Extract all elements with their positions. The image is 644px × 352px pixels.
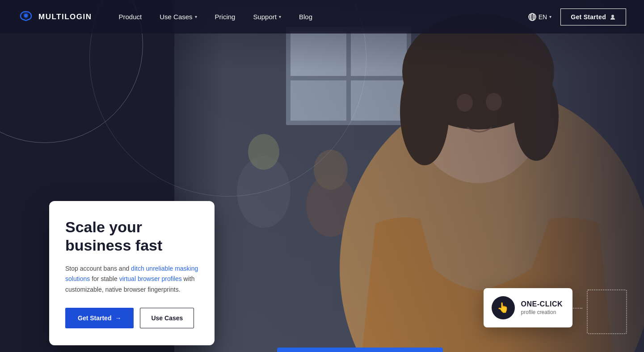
use-cases-chevron: ▾: [195, 14, 197, 19]
nav-blog[interactable]: Blog: [299, 13, 312, 21]
logo-text: MULTILOGIN: [38, 13, 92, 21]
one-click-title: ONE-CLICK: [521, 300, 563, 308]
svg-point-20: [24, 14, 28, 17]
svg-point-26: [611, 15, 614, 17]
hero-description: Stop account bans and ditch unreliable m…: [65, 264, 198, 295]
one-click-icon: 👆: [492, 296, 515, 319]
nav-get-started-button[interactable]: Get Started: [560, 8, 626, 25]
navbar: MULTILOGIN Product Use Cases ▾ Pricing S…: [0, 0, 644, 34]
nav-links: Product Use Cases ▾ Pricing Support ▾ Bl…: [119, 13, 528, 21]
user-icon: [610, 14, 616, 20]
hero-get-started-button[interactable]: Get Started →: [65, 308, 134, 328]
hero-title: Scale your business fast: [65, 218, 198, 255]
globe-icon: [528, 13, 536, 21]
language-label: EN: [539, 13, 547, 21]
logo-icon: [18, 9, 34, 25]
arrow-icon: →: [115, 314, 121, 322]
language-chevron: ▾: [549, 14, 551, 19]
nav-product[interactable]: Product: [119, 13, 142, 21]
one-click-text-area: ONE-CLICK profile creation: [521, 300, 563, 315]
dotted-box-decoration: [587, 289, 627, 334]
support-chevron: ▾: [279, 14, 281, 19]
hero-buttons: Get Started → Use Cases: [65, 308, 198, 328]
blue-bar-decoration: [277, 348, 443, 352]
nav-pricing[interactable]: Pricing: [215, 13, 236, 21]
one-click-subtitle: profile creation: [521, 309, 563, 315]
one-click-badge: 👆 ONE-CLICK profile creation: [484, 288, 572, 327]
logo-area[interactable]: MULTILOGIN: [18, 9, 92, 25]
nav-right: EN ▾ Get Started: [528, 8, 626, 25]
hero-card: Scale your business fast Stop account ba…: [49, 201, 215, 345]
nav-use-cases[interactable]: Use Cases ▾: [160, 13, 197, 21]
language-selector[interactable]: EN ▾: [528, 13, 551, 21]
nav-support[interactable]: Support ▾: [253, 13, 281, 21]
hero-use-cases-button[interactable]: Use Cases: [140, 308, 194, 328]
